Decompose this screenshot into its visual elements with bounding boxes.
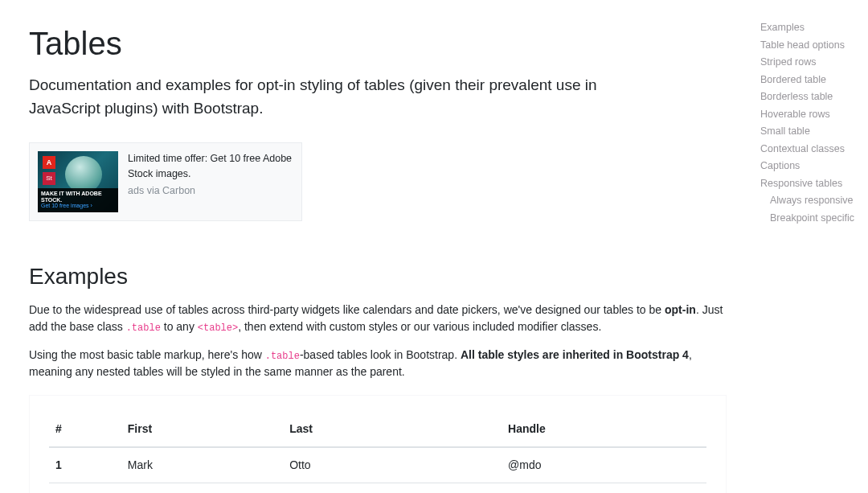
text-span: Using the most basic table markup, here'… <box>29 348 265 361</box>
table-row: 1 Mark Otto @mdo <box>49 447 706 483</box>
page-title: Tables <box>29 19 727 68</box>
code-inline: .table <box>265 351 300 362</box>
carbon-ad[interactable]: A St MAKE IT WITH ADOBE STOCK. Get 10 fr… <box>29 142 302 221</box>
toc-link-examples[interactable]: Examples <box>760 19 862 37</box>
toc-link-hoverable-rows[interactable]: Hoverable rows <box>760 106 862 124</box>
ad-text: Limited time offer: Get 10 free Adobe St… <box>128 151 293 212</box>
toc-sidebar: Examples Table head options Striped rows… <box>755 0 868 493</box>
table-header-handle: Handle <box>502 412 706 447</box>
text-strong: All table styles are inherited in Bootst… <box>461 348 689 361</box>
code-inline: .table <box>126 323 161 334</box>
table-cell-index: 2 <box>49 483 121 494</box>
table-header-last: Last <box>283 412 502 447</box>
table-cell-index: 1 <box>49 447 121 483</box>
table-header-row: # First Last Handle <box>49 412 706 447</box>
toc-link-responsive-tables[interactable]: Responsive tables <box>760 175 862 193</box>
page-lead: Documentation and examples for opt-in st… <box>29 74 624 120</box>
toc-link-striped-rows[interactable]: Striped rows <box>760 54 862 72</box>
section-title-examples: Examples <box>29 260 727 294</box>
table-cell-first: Jacob <box>121 483 283 494</box>
ad-overlay-line2: Get 10 free images › <box>41 203 115 209</box>
example-table-container: # First Last Handle 1 Mark Otto @mdo 2 <box>29 395 727 493</box>
ad-overlay-line1: MAKE IT WITH ADOBE STOCK. <box>41 191 115 203</box>
example-table: # First Last Handle 1 Mark Otto @mdo 2 <box>49 412 706 493</box>
text-span: -based tables look in Bootstrap. <box>300 348 461 361</box>
main-content: Tables Documentation and examples for op… <box>0 0 755 493</box>
table-cell-handle: @mdo <box>502 447 706 483</box>
examples-paragraph-1: Due to the widespread use of tables acro… <box>29 302 727 335</box>
text-strong: opt-in <box>665 303 696 316</box>
table-cell-first: Mark <box>121 447 283 483</box>
toc-link-always-responsive[interactable]: Always responsive <box>760 192 862 210</box>
ad-attribution: ads via Carbon <box>128 183 293 199</box>
ad-overlay-text: MAKE IT WITH ADOBE STOCK. Get 10 free im… <box>38 188 118 212</box>
examples-paragraph-2: Using the most basic table markup, here'… <box>29 347 727 380</box>
toc-link-table-head-options[interactable]: Table head options <box>760 37 862 55</box>
code-inline: <table> <box>198 323 238 334</box>
toc-link-bordered-table[interactable]: Bordered table <box>760 72 862 89</box>
toc-link-small-table[interactable]: Small table <box>760 123 862 141</box>
toc-link-captions[interactable]: Captions <box>760 158 862 175</box>
ad-image: A St MAKE IT WITH ADOBE STOCK. Get 10 fr… <box>38 151 118 212</box>
table-cell-last: Thornton <box>283 483 502 494</box>
table-cell-last: Otto <box>283 447 502 483</box>
toc-link-contextual-classes[interactable]: Contextual classes <box>760 141 862 158</box>
toc-link-borderless-table[interactable]: Borderless table <box>760 88 862 106</box>
ad-copy: Limited time offer: Get 10 free Adobe St… <box>128 151 293 182</box>
table-header-first: First <box>121 412 283 447</box>
toc-sublist: Always responsive Breakpoint specific <box>760 192 862 227</box>
table-row: 2 Jacob Thornton @fat <box>49 483 706 494</box>
table-cell-handle: @fat <box>502 483 706 494</box>
text-span: to any <box>161 320 198 333</box>
toc-link-breakpoint-specific[interactable]: Breakpoint specific <box>760 210 862 228</box>
table-header-index: # <box>49 412 121 447</box>
adobe-stock-icon: St <box>43 172 55 185</box>
text-span: , then extend with custom styles or our … <box>238 320 601 333</box>
adobe-logo-icon: A <box>43 156 55 169</box>
text-span: Due to the widespread use of tables acro… <box>29 303 665 316</box>
